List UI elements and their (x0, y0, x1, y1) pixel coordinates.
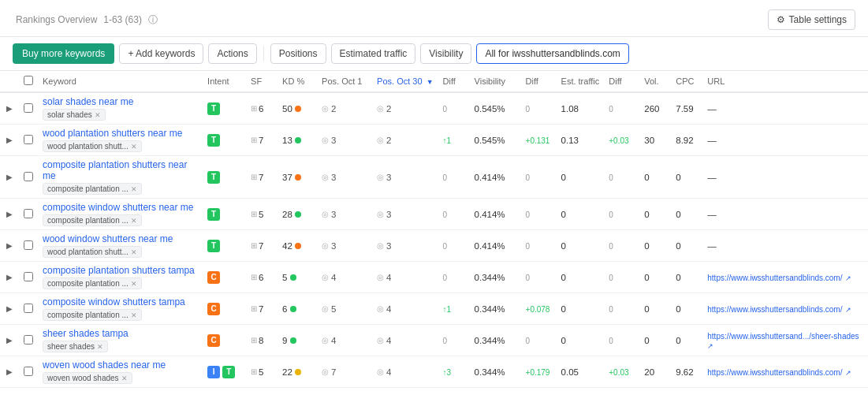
col-pos-oct1-header[interactable]: Pos. Oct 1 (317, 71, 372, 92)
cpc-cell: 0 (671, 156, 702, 199)
expand-button[interactable]: ▶ (5, 134, 14, 146)
expand-cell[interactable]: ▶ (0, 262, 19, 293)
tag-remove-icon[interactable]: ✕ (131, 280, 137, 288)
row-checkbox[interactable] (24, 172, 33, 181)
visibility-tab[interactable]: Visibility (420, 43, 471, 64)
keyword-link[interactable]: composite plantation shutters near me (43, 159, 187, 181)
checkbox-cell[interactable] (19, 356, 38, 388)
tag-remove-icon[interactable]: ✕ (121, 374, 128, 382)
keyword-link[interactable]: composite plantation shutters tampa (43, 265, 195, 276)
page-title: Rankings Overview 1-63 (63) ⓘ (13, 13, 158, 27)
pos-oct1-cell: ◎3 (317, 230, 372, 262)
expand-button[interactable]: ▶ (5, 366, 14, 378)
external-link-icon: ↗ (845, 369, 851, 377)
expand-cell[interactable]: ▶ (0, 293, 19, 325)
pos-oct30-value: 3 (386, 210, 391, 219)
checkbox-cell[interactable] (19, 230, 38, 262)
vis-diff-value: +0.078 (526, 305, 550, 314)
keyword-link[interactable]: woven wood shades near me (43, 359, 166, 371)
vis-diff-value: 0 (526, 242, 531, 251)
checkbox-cell[interactable] (19, 325, 38, 356)
expand-cell[interactable]: ▶ (0, 199, 19, 230)
tag-remove-icon[interactable]: ✕ (131, 248, 137, 256)
kd-cell: 13 (278, 125, 317, 156)
expand-button[interactable]: ▶ (5, 303, 14, 315)
col-visibility-header[interactable]: Visibility (470, 71, 521, 92)
row-checkbox[interactable] (24, 272, 33, 281)
row-checkbox[interactable] (24, 240, 33, 250)
keyword-link[interactable]: wood window shutters near me (43, 233, 173, 244)
row-checkbox[interactable] (24, 304, 33, 313)
col-cpc-header[interactable]: CPC (671, 71, 702, 92)
expand-cell[interactable]: ▶ (0, 356, 19, 388)
positions-tab[interactable]: Positions (270, 43, 326, 64)
col-checkbox-header[interactable] (19, 71, 38, 92)
url-link[interactable]: https://www.iwsshuttersandblinds.com/ (707, 274, 842, 282)
col-vis-diff-header[interactable]: Diff (521, 71, 557, 92)
row-checkbox[interactable] (24, 367, 33, 376)
estimated-traffic-tab[interactable]: Estimated traffic (331, 43, 416, 64)
col-sf-header[interactable]: SF (246, 71, 278, 92)
checkbox-cell[interactable] (19, 156, 38, 199)
actions-button[interactable]: Actions (208, 43, 256, 64)
kd-dot (295, 137, 301, 143)
tag-remove-icon[interactable]: ✕ (131, 311, 137, 319)
pos-oct30-value: 4 (386, 336, 391, 345)
domain-filter-button[interactable]: All for iwsshuttersandblinds.com (476, 43, 628, 64)
cpc-cell: 8.92 (671, 125, 702, 156)
expand-cell[interactable]: ▶ (0, 156, 19, 199)
row-checkbox[interactable] (24, 209, 33, 218)
expand-button[interactable]: ▶ (5, 271, 14, 283)
checkbox-cell[interactable] (19, 92, 38, 125)
kd-dot (295, 106, 301, 112)
checkbox-cell[interactable] (19, 293, 38, 325)
url-empty: — (707, 136, 717, 145)
table-settings-button[interactable]: ⚙ Table settings (768, 9, 855, 30)
row-checkbox[interactable] (24, 135, 33, 144)
col-keyword-header[interactable]: Keyword (38, 71, 203, 92)
visibility-value: 0.414% (475, 241, 505, 251)
expand-button[interactable]: ▶ (5, 240, 14, 251)
col-diff-header[interactable]: Diff (438, 71, 470, 92)
row-checkbox[interactable] (24, 335, 33, 345)
row-checkbox[interactable] (24, 103, 33, 113)
select-all-checkbox[interactable] (24, 76, 33, 85)
col-est-traffic-header[interactable]: Est. traffic (557, 71, 605, 92)
col-kd-header[interactable]: KD % (278, 71, 317, 92)
buy-keywords-button[interactable]: Buy more keywords (13, 43, 114, 64)
tag-remove-icon[interactable]: ✕ (131, 217, 137, 225)
checkbox-cell[interactable] (19, 125, 38, 156)
checkbox-cell[interactable] (19, 262, 38, 293)
add-keywords-button[interactable]: + Add keywords (119, 43, 203, 64)
col-est-diff-header[interactable]: Diff (604, 71, 639, 92)
intent-cell: T (203, 199, 246, 230)
expand-cell[interactable]: ▶ (0, 325, 19, 356)
vis-diff-cell: 0 (521, 230, 557, 262)
tag-remove-icon[interactable]: ✕ (97, 343, 103, 351)
keyword-link[interactable]: wood plantation shutters near me (43, 128, 182, 139)
expand-button[interactable]: ▶ (5, 102, 14, 114)
tag-remove-icon[interactable]: ✕ (131, 185, 137, 193)
checkbox-cell[interactable] (19, 199, 38, 230)
expand-cell[interactable]: ▶ (0, 230, 19, 262)
expand-button[interactable]: ▶ (5, 334, 14, 346)
keyword-link[interactable]: composite window shutters near me (43, 202, 193, 213)
url-link[interactable]: https://www.iwsshuttersand.../sheer-shad… (707, 332, 859, 341)
cpc-value: 0 (676, 173, 680, 182)
tag-remove-icon[interactable]: ✕ (131, 143, 137, 151)
url-link[interactable]: https://www.iwsshuttersandblinds.com/ (707, 305, 842, 314)
expand-cell[interactable]: ▶ (0, 92, 19, 125)
tag-remove-icon[interactable]: ✕ (95, 111, 101, 119)
col-vol-header[interactable]: Vol. (639, 71, 671, 92)
col-pos-oct30-header[interactable]: Pos. Oct 30 ▼ (372, 71, 438, 92)
expand-button[interactable]: ▶ (5, 171, 14, 183)
vol-value: 260 (644, 104, 659, 114)
col-intent-header[interactable]: Intent (203, 71, 246, 92)
keyword-link[interactable]: sheer shades tampa (43, 328, 129, 339)
expand-cell[interactable]: ▶ (0, 125, 19, 156)
keyword-link[interactable]: solar shades near me (43, 96, 133, 107)
col-url-header[interactable]: URL (702, 71, 868, 92)
expand-button[interactable]: ▶ (5, 208, 14, 220)
keyword-link[interactable]: composite window shutters tampa (43, 296, 185, 307)
url-link[interactable]: https://www.iwsshuttersandblinds.com/ (707, 368, 842, 377)
